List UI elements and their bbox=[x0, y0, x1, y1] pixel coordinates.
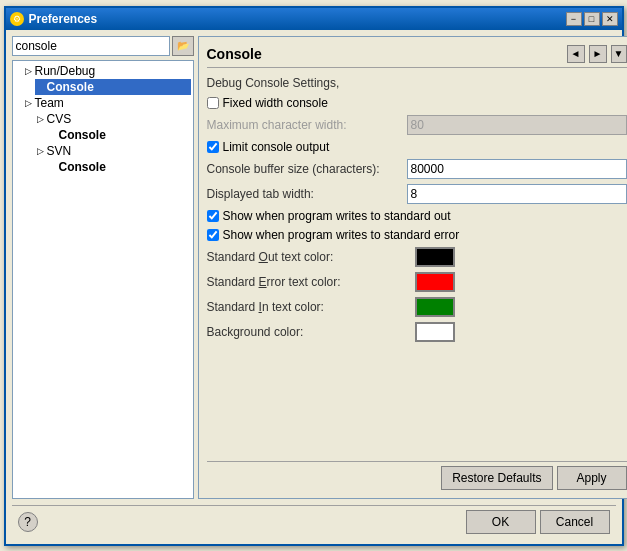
window-body: 📂 ▷ Run/Debug Console ▷ bbox=[6, 30, 622, 544]
fixed-width-row: Fixed width console bbox=[207, 96, 627, 110]
std-out-label: Standard Out text color: bbox=[207, 250, 407, 264]
app-icon: ⚙ bbox=[10, 12, 24, 26]
show-stdout-label: Show when program writes to standard out bbox=[223, 209, 451, 223]
cancel-button[interactable]: Cancel bbox=[540, 510, 610, 534]
tree-label: Run/Debug bbox=[35, 64, 96, 78]
show-stdout-row: Show when program writes to standard out bbox=[207, 209, 627, 223]
nav-back-button[interactable]: ◄ bbox=[567, 45, 585, 63]
max-char-input[interactable] bbox=[407, 115, 627, 135]
limit-output-checkbox[interactable] bbox=[207, 141, 219, 153]
apply-button[interactable]: Apply bbox=[557, 466, 627, 490]
limit-output-label: Limit console output bbox=[223, 140, 330, 154]
limit-output-row: Limit console output bbox=[207, 140, 627, 154]
expand-icon: ▷ bbox=[23, 65, 35, 77]
tab-width-row: Displayed tab width: bbox=[207, 184, 627, 204]
tree-label: Console bbox=[47, 80, 94, 94]
maximize-button[interactable]: □ bbox=[584, 12, 600, 26]
search-input[interactable] bbox=[12, 36, 170, 56]
tree-item-run-debug[interactable]: ▷ Run/Debug bbox=[23, 63, 191, 79]
ok-button[interactable]: OK bbox=[466, 510, 536, 534]
std-err-color-row: Standard Error text color: bbox=[207, 272, 627, 292]
left-panel: 📂 ▷ Run/Debug Console ▷ bbox=[12, 36, 194, 499]
panel-dropdown-button[interactable]: ▼ bbox=[611, 45, 627, 63]
bg-color-row: Background color: bbox=[207, 322, 627, 342]
footer-left: ? bbox=[18, 512, 38, 532]
buffer-size-input[interactable] bbox=[407, 159, 627, 179]
expand-icon bbox=[47, 161, 59, 173]
bg-color-button[interactable] bbox=[415, 322, 455, 342]
tree-item-svn[interactable]: ▷ SVN bbox=[35, 143, 191, 159]
right-panel: Console ◄ ► ▼ Debug Console Settings, Fi… bbox=[198, 36, 628, 499]
expand-icon bbox=[35, 81, 47, 93]
show-stderr-label: Show when program writes to standard err… bbox=[223, 228, 460, 242]
help-button[interactable]: ? bbox=[18, 512, 38, 532]
max-char-row: Maximum character width: bbox=[207, 115, 627, 135]
window-controls: − □ ✕ bbox=[566, 12, 618, 26]
search-button[interactable]: 📂 bbox=[172, 36, 194, 56]
restore-defaults-button[interactable]: Restore Defaults bbox=[441, 466, 552, 490]
minimize-button[interactable]: − bbox=[566, 12, 582, 26]
window-title: Preferences bbox=[29, 12, 566, 26]
buffer-size-row: Console buffer size (characters): bbox=[207, 159, 627, 179]
tree-label: Console bbox=[59, 160, 106, 174]
tree-label: SVN bbox=[47, 144, 72, 158]
tree-label: Console bbox=[59, 128, 106, 142]
main-area: 📂 ▷ Run/Debug Console ▷ bbox=[12, 36, 616, 499]
std-in-color-row: Standard In text color: bbox=[207, 297, 627, 317]
tree-label: CVS bbox=[47, 112, 72, 126]
std-out-color-row: Standard Out text color: bbox=[207, 247, 627, 267]
expand-icon: ▷ bbox=[23, 97, 35, 109]
tab-width-label: Displayed tab width: bbox=[207, 187, 407, 201]
panel-title: Console bbox=[207, 46, 262, 62]
bottom-bar: Restore Defaults Apply bbox=[207, 461, 627, 490]
show-stderr-row: Show when program writes to standard err… bbox=[207, 228, 627, 242]
title-bar: ⚙ Preferences − □ ✕ bbox=[6, 8, 622, 30]
fixed-width-label: Fixed width console bbox=[223, 96, 328, 110]
footer-bar: ? OK Cancel bbox=[12, 505, 616, 538]
max-char-label: Maximum character width: bbox=[207, 118, 407, 132]
tree-item-cvs[interactable]: ▷ CVS bbox=[35, 111, 191, 127]
search-bar: 📂 bbox=[12, 36, 194, 56]
tab-width-input[interactable] bbox=[407, 184, 627, 204]
tree-item-run-debug-console[interactable]: Console bbox=[35, 79, 191, 95]
buffer-size-label: Console buffer size (characters): bbox=[207, 162, 407, 176]
nav-buttons: ◄ ► ▼ bbox=[567, 45, 627, 63]
debug-label: Debug Console Settings, bbox=[207, 76, 627, 90]
tree-item-team[interactable]: ▷ Team bbox=[23, 95, 191, 111]
close-button[interactable]: ✕ bbox=[602, 12, 618, 26]
std-in-label: Standard In text color: bbox=[207, 300, 407, 314]
tree-item-cvs-console[interactable]: Console bbox=[47, 127, 191, 143]
nav-forward-button[interactable]: ► bbox=[589, 45, 607, 63]
fixed-width-checkbox[interactable] bbox=[207, 97, 219, 109]
std-in-color-button[interactable] bbox=[415, 297, 455, 317]
panel-header: Console ◄ ► ▼ bbox=[207, 45, 627, 68]
show-stderr-checkbox[interactable] bbox=[207, 229, 219, 241]
settings-section: Debug Console Settings, Fixed width cons… bbox=[207, 76, 627, 457]
std-err-color-button[interactable] bbox=[415, 272, 455, 292]
tree-item-svn-console[interactable]: Console bbox=[47, 159, 191, 175]
expand-icon: ▷ bbox=[35, 145, 47, 157]
show-stdout-checkbox[interactable] bbox=[207, 210, 219, 222]
bg-label: Background color: bbox=[207, 325, 407, 339]
expand-icon bbox=[47, 129, 59, 141]
tree-area: ▷ Run/Debug Console ▷ Team ▷ bbox=[12, 60, 194, 499]
footer-right: OK Cancel bbox=[466, 510, 610, 534]
std-err-label: Standard Error text color: bbox=[207, 275, 407, 289]
std-out-color-button[interactable] bbox=[415, 247, 455, 267]
expand-icon: ▷ bbox=[35, 113, 47, 125]
tree-label: Team bbox=[35, 96, 64, 110]
preferences-window: ⚙ Preferences − □ ✕ 📂 ▷ Run/Debug bbox=[4, 6, 624, 546]
